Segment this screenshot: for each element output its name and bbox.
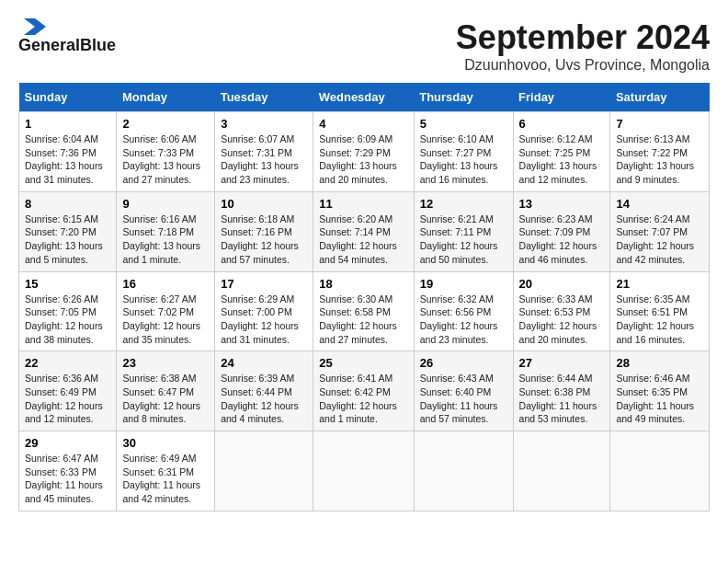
day-header-friday: Friday	[513, 83, 610, 112]
day-number: 28	[616, 356, 703, 370]
day-info: Sunrise: 6:38 AMSunset: 6:47 PMDaylight:…	[122, 372, 209, 426]
calendar-week-row: 29Sunrise: 6:47 AMSunset: 6:33 PMDayligh…	[19, 431, 710, 511]
day-number: 5	[420, 117, 507, 131]
calendar-week-row: 22Sunrise: 6:36 AMSunset: 6:49 PMDayligh…	[19, 351, 710, 431]
day-number: 26	[420, 356, 507, 370]
calendar-day-cell: 26Sunrise: 6:43 AMSunset: 6:40 PMDayligh…	[414, 351, 513, 431]
logo-text-blue: Blue	[80, 37, 116, 55]
day-number: 11	[319, 197, 407, 211]
day-header-monday: Monday	[117, 83, 215, 112]
day-info: Sunrise: 6:30 AMSunset: 6:58 PMDaylight:…	[319, 293, 407, 347]
day-number: 25	[319, 356, 407, 370]
day-info: Sunrise: 6:49 AMSunset: 6:31 PMDaylight:…	[122, 452, 209, 506]
day-number: 10	[221, 197, 307, 211]
day-info: Sunrise: 6:16 AMSunset: 7:18 PMDaylight:…	[122, 213, 209, 267]
calendar-day-cell: 12Sunrise: 6:21 AMSunset: 7:11 PMDayligh…	[414, 191, 513, 271]
day-number: 27	[519, 356, 605, 370]
day-info: Sunrise: 6:09 AMSunset: 7:29 PMDaylight:…	[319, 132, 407, 187]
calendar-week-row: 1Sunrise: 6:04 AMSunset: 7:36 PMDaylight…	[19, 112, 710, 192]
day-info: Sunrise: 6:10 AMSunset: 7:27 PMDaylight:…	[420, 132, 507, 187]
calendar-day-cell: 5Sunrise: 6:10 AMSunset: 7:27 PMDaylight…	[414, 112, 513, 192]
svg-marker-0	[24, 18, 46, 35]
day-info: Sunrise: 6:35 AMSunset: 6:51 PMDaylight:…	[616, 293, 703, 347]
calendar-day-cell: 17Sunrise: 6:29 AMSunset: 7:00 PMDayligh…	[215, 271, 313, 351]
calendar-day-cell: 2Sunrise: 6:06 AMSunset: 7:33 PMDaylight…	[117, 112, 215, 192]
calendar-day-cell: 15Sunrise: 6:26 AMSunset: 7:05 PMDayligh…	[19, 271, 117, 351]
day-info: Sunrise: 6:43 AMSunset: 6:40 PMDaylight:…	[420, 372, 507, 426]
day-info: Sunrise: 6:24 AMSunset: 7:07 PMDaylight:…	[616, 213, 703, 267]
day-number: 18	[319, 277, 407, 291]
calendar-day-cell: 10Sunrise: 6:18 AMSunset: 7:16 PMDayligh…	[215, 191, 313, 271]
day-info: Sunrise: 6:32 AMSunset: 6:56 PMDaylight:…	[420, 293, 507, 347]
calendar-day-cell: 3Sunrise: 6:07 AMSunset: 7:31 PMDaylight…	[215, 112, 313, 192]
calendar-day-cell: 23Sunrise: 6:38 AMSunset: 6:47 PMDayligh…	[117, 351, 215, 431]
month-title: September 2024	[456, 18, 710, 57]
day-info: Sunrise: 6:47 AMSunset: 6:33 PMDaylight:…	[25, 452, 110, 506]
calendar-day-cell: 18Sunrise: 6:30 AMSunset: 6:58 PMDayligh…	[313, 271, 414, 351]
day-info: Sunrise: 6:27 AMSunset: 7:02 PMDaylight:…	[122, 293, 209, 347]
calendar-day-cell: 21Sunrise: 6:35 AMSunset: 6:51 PMDayligh…	[610, 271, 710, 351]
logo: General Blue	[18, 18, 116, 55]
calendar-table: SundayMondayTuesdayWednesdayThursdayFrid…	[18, 83, 710, 511]
logo-icon	[18, 18, 46, 35]
day-info: Sunrise: 6:41 AMSunset: 6:42 PMDaylight:…	[319, 372, 407, 426]
calendar-day-cell: 19Sunrise: 6:32 AMSunset: 6:56 PMDayligh…	[414, 271, 513, 351]
calendar-day-cell: 6Sunrise: 6:12 AMSunset: 7:25 PMDaylight…	[513, 112, 610, 192]
day-info: Sunrise: 6:39 AMSunset: 6:44 PMDaylight:…	[221, 372, 307, 426]
day-info: Sunrise: 6:20 AMSunset: 7:14 PMDaylight:…	[319, 213, 407, 267]
day-header-tuesday: Tuesday	[215, 83, 313, 112]
day-number: 9	[122, 197, 209, 211]
calendar-day-cell: 16Sunrise: 6:27 AMSunset: 7:02 PMDayligh…	[117, 271, 215, 351]
day-number: 23	[122, 356, 209, 370]
day-number: 2	[122, 117, 209, 131]
calendar-day-cell: 22Sunrise: 6:36 AMSunset: 6:49 PMDayligh…	[19, 351, 117, 431]
day-info: Sunrise: 6:29 AMSunset: 7:00 PMDaylight:…	[221, 293, 307, 347]
location: Dzuunhovoo, Uvs Province, Mongolia	[456, 57, 710, 74]
day-info: Sunrise: 6:44 AMSunset: 6:38 PMDaylight:…	[519, 372, 605, 426]
day-number: 7	[616, 117, 703, 131]
logo-text-general: General	[18, 37, 80, 55]
calendar-day-cell: 13Sunrise: 6:23 AMSunset: 7:09 PMDayligh…	[513, 191, 610, 271]
calendar-day-cell: 24Sunrise: 6:39 AMSunset: 6:44 PMDayligh…	[215, 351, 313, 431]
day-header-wednesday: Wednesday	[313, 83, 414, 112]
day-info: Sunrise: 6:26 AMSunset: 7:05 PMDaylight:…	[25, 293, 110, 347]
day-number: 21	[616, 277, 703, 291]
calendar-day-cell	[513, 431, 610, 511]
day-info: Sunrise: 6:04 AMSunset: 7:36 PMDaylight:…	[25, 132, 110, 187]
day-number: 24	[221, 356, 307, 370]
day-info: Sunrise: 6:12 AMSunset: 7:25 PMDaylight:…	[519, 132, 605, 187]
day-header-thursday: Thursday	[414, 83, 513, 112]
calendar-day-cell	[313, 431, 414, 511]
calendar-day-cell: 7Sunrise: 6:13 AMSunset: 7:22 PMDaylight…	[610, 112, 710, 192]
day-info: Sunrise: 6:21 AMSunset: 7:11 PMDaylight:…	[420, 213, 507, 267]
day-number: 19	[420, 277, 507, 291]
day-number: 20	[519, 277, 605, 291]
day-number: 30	[122, 436, 209, 450]
calendar-day-cell: 25Sunrise: 6:41 AMSunset: 6:42 PMDayligh…	[313, 351, 414, 431]
calendar-day-cell: 29Sunrise: 6:47 AMSunset: 6:33 PMDayligh…	[19, 431, 117, 511]
day-number: 12	[420, 197, 507, 211]
calendar-week-row: 15Sunrise: 6:26 AMSunset: 7:05 PMDayligh…	[19, 271, 710, 351]
day-number: 3	[221, 117, 307, 131]
day-number: 4	[319, 117, 407, 131]
calendar-day-cell	[610, 431, 710, 511]
calendar-day-cell: 30Sunrise: 6:49 AMSunset: 6:31 PMDayligh…	[117, 431, 215, 511]
day-number: 15	[25, 277, 110, 291]
day-info: Sunrise: 6:18 AMSunset: 7:16 PMDaylight:…	[221, 213, 307, 267]
day-number: 6	[519, 117, 605, 131]
day-info: Sunrise: 6:33 AMSunset: 6:53 PMDaylight:…	[519, 293, 605, 347]
day-header-sunday: Sunday	[19, 83, 117, 112]
day-info: Sunrise: 6:23 AMSunset: 7:09 PMDaylight:…	[519, 213, 605, 267]
day-number: 29	[25, 436, 110, 450]
day-number: 22	[25, 356, 110, 370]
calendar-week-row: 8Sunrise: 6:15 AMSunset: 7:20 PMDaylight…	[19, 191, 710, 271]
calendar-day-cell: 28Sunrise: 6:46 AMSunset: 6:35 PMDayligh…	[610, 351, 710, 431]
calendar-day-cell: 14Sunrise: 6:24 AMSunset: 7:07 PMDayligh…	[610, 191, 710, 271]
day-info: Sunrise: 6:15 AMSunset: 7:20 PMDaylight:…	[25, 213, 110, 267]
day-info: Sunrise: 6:07 AMSunset: 7:31 PMDaylight:…	[221, 132, 307, 187]
calendar-day-cell: 8Sunrise: 6:15 AMSunset: 7:20 PMDaylight…	[19, 191, 117, 271]
header: General Blue September 2024 Dzuunhovoo, …	[18, 18, 710, 74]
calendar-body: 1Sunrise: 6:04 AMSunset: 7:36 PMDaylight…	[19, 112, 710, 511]
day-number: 13	[519, 197, 605, 211]
calendar-day-cell: 1Sunrise: 6:04 AMSunset: 7:36 PMDaylight…	[19, 112, 117, 192]
